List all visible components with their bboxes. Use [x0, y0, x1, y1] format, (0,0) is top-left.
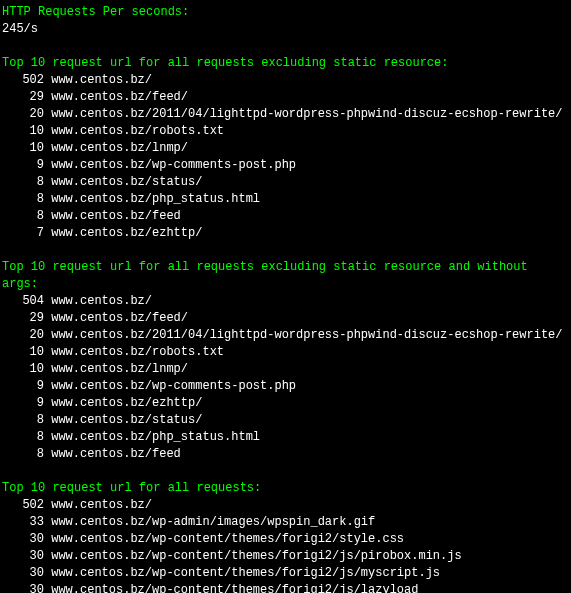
request-row: 30 www.centos.bz/wp-content/themes/forig…	[2, 531, 569, 548]
blank-line	[2, 242, 569, 259]
request-row: 10 www.centos.bz/robots.txt	[2, 123, 569, 140]
request-url: www.centos.bz/wp-comments-post.php	[51, 158, 296, 172]
request-row: 30 www.centos.bz/wp-content/themes/forig…	[2, 565, 569, 582]
request-url: www.centos.bz/ezhttp/	[51, 226, 202, 240]
request-count: 10	[2, 123, 44, 140]
request-url: www.centos.bz/ezhttp/	[51, 396, 202, 410]
request-count: 20	[2, 106, 44, 123]
request-row: 7 www.centos.bz/ezhttp/	[2, 225, 569, 242]
section-heading: Top 10 request url for all requests excl…	[2, 55, 569, 72]
request-row: 10 www.centos.bz/robots.txt	[2, 344, 569, 361]
request-url: www.centos.bz/	[51, 73, 152, 87]
request-row: 9 www.centos.bz/wp-comments-post.php	[2, 378, 569, 395]
rps-section: HTTP Requests Per seconds: 245/s	[2, 4, 569, 38]
request-count: 8	[2, 191, 44, 208]
rps-label: HTTP Requests Per seconds:	[2, 4, 569, 21]
request-row: 33 www.centos.bz/wp-admin/images/wpspin_…	[2, 514, 569, 531]
request-row: 8 www.centos.bz/feed	[2, 446, 569, 463]
request-url: www.centos.bz/robots.txt	[51, 124, 224, 138]
request-url: www.centos.bz/lnmp/	[51, 141, 188, 155]
request-url: www.centos.bz/wp-content/themes/forigi2/…	[51, 549, 461, 563]
request-url: www.centos.bz/robots.txt	[51, 345, 224, 359]
blank-line	[2, 38, 569, 55]
request-url: www.centos.bz/feed	[51, 209, 181, 223]
request-count: 7	[2, 225, 44, 242]
request-count: 33	[2, 514, 44, 531]
request-count: 29	[2, 310, 44, 327]
request-url: www.centos.bz/feed/	[51, 311, 188, 325]
request-row: 20 www.centos.bz/2011/04/lighttpd-wordpr…	[2, 106, 569, 123]
request-count: 29	[2, 89, 44, 106]
request-url: www.centos.bz/wp-admin/images/wpspin_dar…	[51, 515, 375, 529]
request-row: 30 www.centos.bz/wp-content/themes/forig…	[2, 548, 569, 565]
request-count: 9	[2, 378, 44, 395]
request-url: www.centos.bz/2011/04/lighttpd-wordpress…	[51, 107, 562, 121]
request-count: 30	[2, 582, 44, 593]
request-url: www.centos.bz/	[51, 294, 152, 308]
request-count: 8	[2, 174, 44, 191]
request-url: www.centos.bz/	[51, 498, 152, 512]
request-url: www.centos.bz/status/	[51, 175, 202, 189]
section-heading: Top 10 request url for all requests excl…	[2, 259, 569, 293]
request-row: 8 www.centos.bz/php_status.html	[2, 191, 569, 208]
request-count: 30	[2, 565, 44, 582]
request-count: 9	[2, 395, 44, 412]
request-url: www.centos.bz/wp-content/themes/forigi2/…	[51, 532, 404, 546]
request-count: 10	[2, 140, 44, 157]
request-row: 29 www.centos.bz/feed/	[2, 89, 569, 106]
request-row: 9 www.centos.bz/ezhttp/	[2, 395, 569, 412]
request-count: 30	[2, 531, 44, 548]
request-url: www.centos.bz/lnmp/	[51, 362, 188, 376]
request-count: 9	[2, 157, 44, 174]
request-url: www.centos.bz/php_status.html	[51, 430, 260, 444]
request-row: 20 www.centos.bz/2011/04/lighttpd-wordpr…	[2, 327, 569, 344]
request-row: 10 www.centos.bz/lnmp/	[2, 140, 569, 157]
rps-value: 245/s	[2, 21, 569, 38]
request-row: 8 www.centos.bz/status/	[2, 174, 569, 191]
request-count: 10	[2, 361, 44, 378]
request-count: 8	[2, 429, 44, 446]
request-count: 30	[2, 548, 44, 565]
request-count: 20	[2, 327, 44, 344]
request-count: 8	[2, 412, 44, 429]
request-url: www.centos.bz/php_status.html	[51, 192, 260, 206]
request-count: 8	[2, 208, 44, 225]
request-url: www.centos.bz/feed	[51, 447, 181, 461]
request-row: 8 www.centos.bz/status/	[2, 412, 569, 429]
request-row: 8 www.centos.bz/feed	[2, 208, 569, 225]
request-row: 29 www.centos.bz/feed/	[2, 310, 569, 327]
request-count: 502	[2, 497, 44, 514]
request-url: www.centos.bz/status/	[51, 413, 202, 427]
request-url: www.centos.bz/wp-comments-post.php	[51, 379, 296, 393]
request-row: 8 www.centos.bz/php_status.html	[2, 429, 569, 446]
request-url: www.centos.bz/wp-content/themes/forigi2/…	[51, 583, 418, 593]
section-heading: Top 10 request url for all requests:	[2, 480, 569, 497]
request-url: www.centos.bz/wp-content/themes/forigi2/…	[51, 566, 440, 580]
request-row: 502 www.centos.bz/	[2, 72, 569, 89]
request-row: 30 www.centos.bz/wp-content/themes/forig…	[2, 582, 569, 593]
request-count: 8	[2, 446, 44, 463]
blank-line	[2, 463, 569, 480]
request-count: 502	[2, 72, 44, 89]
request-row: 10 www.centos.bz/lnmp/	[2, 361, 569, 378]
request-count: 504	[2, 293, 44, 310]
request-row: 9 www.centos.bz/wp-comments-post.php	[2, 157, 569, 174]
request-url: www.centos.bz/feed/	[51, 90, 188, 104]
request-row: 504 www.centos.bz/	[2, 293, 569, 310]
request-count: 10	[2, 344, 44, 361]
request-row: 502 www.centos.bz/	[2, 497, 569, 514]
request-url: www.centos.bz/2011/04/lighttpd-wordpress…	[51, 328, 562, 342]
